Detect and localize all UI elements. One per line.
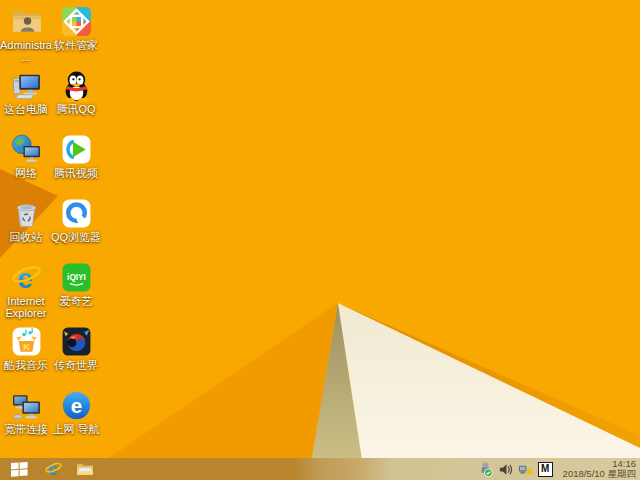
system-tray: M 14:16 2018/5/10 星期四 [478, 459, 640, 479]
desktop-icon-tencent-qq[interactable]: 腾讯QQ [50, 69, 102, 115]
usb-device-icon[interactable] [478, 462, 493, 477]
software-manager-icon [60, 5, 93, 38]
desktop-icon-recycle-bin[interactable]: 回收站 [0, 197, 52, 243]
desktop-icon-label: QQ浏览器 [51, 231, 101, 243]
administrator-folder-icon [10, 5, 43, 38]
desktop-icon-label: 传奇世界 [54, 359, 98, 371]
desktop-icon-label: 网络 [15, 167, 37, 179]
desktop-icon-this-pc[interactable]: 这台电脑 [0, 69, 52, 115]
file-explorer-icon [76, 461, 94, 477]
desktop-icon-label: Administra... [0, 39, 52, 63]
internet-explorer-icon: e [10, 261, 43, 294]
network-icon [10, 133, 43, 166]
recycle-bin-icon [10, 197, 43, 230]
desktop-icon-web-navigation[interactable]: e 上网 导航 [50, 389, 102, 435]
desktop-icon-label: 腾讯QQ [56, 103, 95, 115]
desktop-icon-label: 爱奇艺 [60, 295, 93, 307]
desktop-icon-network[interactable]: 网络 [0, 133, 52, 179]
windows-logo-icon [11, 462, 28, 477]
taskbar-internet-explorer-button[interactable]: e [38, 458, 69, 480]
desktop-icon-label: 软件管家 [54, 39, 98, 51]
desktop-icon-iqiyi[interactable]: iQIYI 爱奇艺 [50, 261, 102, 307]
svg-text:e: e [70, 394, 81, 417]
desktop-icon-label: Internet Explorer [0, 295, 52, 319]
svg-text:K: K [22, 341, 29, 352]
desktop-icon-label: 酷我音乐 [4, 359, 48, 371]
desktop-icon-administrator-folder[interactable]: Administra... [0, 5, 52, 63]
desktop-icon-software-manager[interactable]: 软件管家 [50, 5, 102, 51]
legend-world-icon [60, 325, 93, 358]
taskbar: e [0, 458, 640, 480]
taskbar-file-explorer-button[interactable] [69, 458, 100, 480]
volume-icon[interactable] [498, 462, 513, 477]
desktop-icon-broadband-connection[interactable]: 宽带连接 [0, 389, 52, 435]
desktop-icon-label: 上网 导航 [52, 423, 99, 435]
svg-text:iQIYI: iQIYI [67, 273, 86, 282]
this-pc-icon [10, 69, 43, 102]
desktop-icon-label: 宽带连接 [4, 423, 48, 435]
tencent-qq-icon [60, 69, 93, 102]
iqiyi-icon: iQIYI [60, 261, 93, 294]
desktop-icon-kuwo-music[interactable]: K 酷我音乐 [0, 325, 52, 371]
start-button[interactable] [0, 458, 38, 480]
internet-explorer-icon: e [44, 460, 63, 479]
desktop-icon-tencent-video[interactable]: 腾讯视频 [50, 133, 102, 179]
taskbar-clock[interactable]: 14:16 2018/5/10 星期四 [563, 459, 636, 479]
broadband-connection-icon [10, 389, 43, 422]
web-navigation-icon: e [60, 389, 93, 422]
desktop-icon-label: 腾讯视频 [54, 167, 98, 179]
qq-browser-icon [60, 197, 93, 230]
desktop-icon-qq-browser[interactable]: QQ浏览器 [50, 197, 102, 243]
desktop-icon-label: 回收站 [10, 231, 43, 243]
network-status-warning-icon[interactable] [518, 462, 533, 477]
kuwo-music-icon: K [10, 325, 43, 358]
desktop-icon-label: 这台电脑 [4, 103, 48, 115]
desktop-icon-legend-world[interactable]: 传奇世界 [50, 325, 102, 371]
desktop-icon-internet-explorer[interactable]: e Internet Explorer [0, 261, 52, 319]
input-method-indicator[interactable]: M [538, 462, 553, 477]
clock-date: 2018/5/10 星期四 [563, 469, 636, 479]
desktop: Administra... 软件管家 [0, 0, 640, 480]
tencent-video-icon [60, 133, 93, 166]
